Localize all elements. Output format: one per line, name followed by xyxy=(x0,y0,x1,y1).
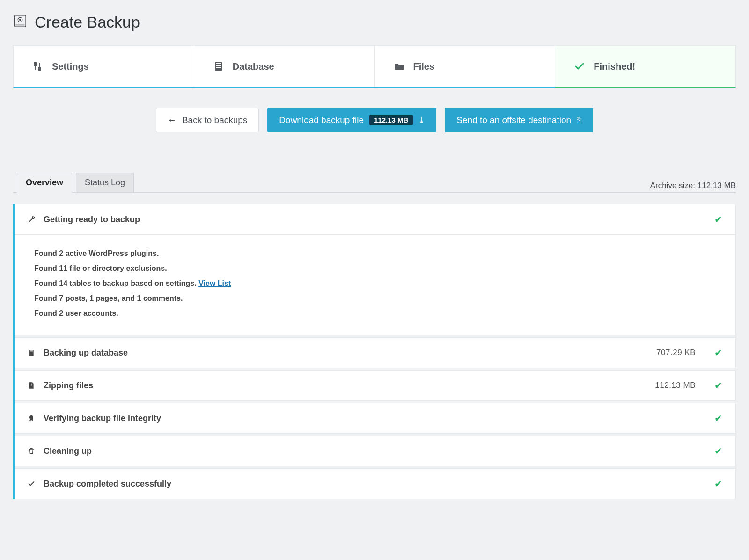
backup-stepper: Settings Database Files Finished! xyxy=(13,45,736,88)
svg-rect-14 xyxy=(31,385,31,385)
check-icon: ✔ xyxy=(714,478,722,489)
view-list-link[interactable]: View List xyxy=(198,279,231,287)
step-label: Finished! xyxy=(594,61,635,72)
status-zipping-files[interactable]: Zipping files 112.13 MB ✔ xyxy=(15,370,736,401)
back-label: Back to backups xyxy=(182,115,247,125)
status-title: Verifying backup file integrity xyxy=(44,414,696,423)
tab-status-log[interactable]: Status Log xyxy=(76,173,134,193)
wrench-icon xyxy=(28,215,36,224)
status-cleaning-up[interactable]: Cleaning up ✔ xyxy=(15,436,736,466)
check-icon: ✔ xyxy=(714,413,722,424)
offsite-label: Send to an offsite destination xyxy=(456,115,571,125)
page-title: Create Backup xyxy=(35,13,140,31)
svg-rect-12 xyxy=(31,383,31,383)
download-size-badge: 112.13 MB xyxy=(369,115,413,125)
detail-line: Found 7 posts, 1 pages, and 1 comments. xyxy=(34,291,716,306)
svg-rect-6 xyxy=(216,65,221,66)
status-title: Cleaning up xyxy=(44,446,696,456)
tab-overview[interactable]: Overview xyxy=(17,173,72,193)
status-value: 112.13 MB xyxy=(655,381,696,390)
svg-rect-9 xyxy=(30,350,33,351)
step-label: Database xyxy=(233,61,274,72)
svg-rect-7 xyxy=(216,67,221,68)
download-backup-button[interactable]: Download backup file 112.13 MB ⤓ xyxy=(267,108,436,132)
check-icon: ✔ xyxy=(714,214,722,225)
page-header: Create Backup xyxy=(13,13,736,31)
step-database[interactable]: Database xyxy=(194,46,375,87)
database-icon xyxy=(213,61,224,72)
arrow-left-icon: ← xyxy=(168,115,176,125)
backup-disk-icon xyxy=(13,14,27,30)
status-title: Backup completed successfully xyxy=(44,479,696,489)
svg-point-15 xyxy=(29,415,33,419)
step-settings[interactable]: Settings xyxy=(14,46,194,87)
status-title: Getting ready to backup xyxy=(44,215,696,225)
svg-rect-11 xyxy=(30,353,33,353)
download-icon: ⤓ xyxy=(419,116,425,124)
status-getting-ready[interactable]: Getting ready to backup ✔ xyxy=(15,204,736,234)
badge-icon xyxy=(28,415,36,422)
zip-icon xyxy=(28,382,36,389)
step-files[interactable]: Files xyxy=(375,46,556,87)
check-icon: ✔ xyxy=(714,380,722,391)
status-verifying-integrity[interactable]: Verifying backup file integrity ✔ xyxy=(15,403,736,434)
folder-icon xyxy=(394,61,405,72)
status-value: 707.29 KB xyxy=(656,348,696,357)
tab-label: Status Log xyxy=(85,178,125,187)
check-icon: ✔ xyxy=(714,445,722,457)
send-offsite-button[interactable]: Send to an offsite destination ⎘ xyxy=(445,108,593,132)
step-finished[interactable]: Finished! xyxy=(555,46,735,88)
archive-size-value: 112.13 MB xyxy=(698,181,736,190)
svg-point-2 xyxy=(20,19,21,20)
trash-icon xyxy=(28,447,36,455)
subtab-row: Overview Status Log Archive size: 112.13… xyxy=(13,173,736,193)
download-label: Download backup file xyxy=(279,115,364,125)
status-getting-ready-details: Found 2 active WordPress plugins. Found … xyxy=(15,234,736,335)
detail-line: Found 14 tables to backup based on setti… xyxy=(34,276,716,291)
check-icon xyxy=(574,61,585,72)
sliders-icon xyxy=(32,61,44,72)
step-label: Settings xyxy=(52,61,89,72)
svg-rect-10 xyxy=(30,352,33,352)
tab-label: Overview xyxy=(26,178,63,187)
status-backup-completed[interactable]: Backup completed successfully ✔ xyxy=(15,468,736,499)
svg-rect-13 xyxy=(31,384,31,385)
svg-rect-5 xyxy=(216,63,221,64)
status-list: Getting ready to backup ✔ Found 2 active… xyxy=(13,204,736,499)
status-title: Zipping files xyxy=(44,381,647,391)
status-title: Backing up database xyxy=(44,348,649,358)
back-to-backups-button[interactable]: ← Back to backups xyxy=(156,108,259,132)
detail-line: Found 11 file or directory exclusions. xyxy=(34,261,716,276)
action-bar: ← Back to backups Download backup file 1… xyxy=(13,108,736,132)
send-icon: ⎘ xyxy=(577,116,581,124)
detail-line: Found 2 active WordPress plugins. xyxy=(34,246,716,261)
step-label: Files xyxy=(413,61,435,72)
archive-size: Archive size: 112.13 MB xyxy=(650,181,736,192)
detail-text: Found 14 tables to backup based on setti… xyxy=(34,279,198,287)
archive-size-label: Archive size: xyxy=(650,181,695,190)
detail-line: Found 2 user accounts. xyxy=(34,306,716,321)
check-icon: ✔ xyxy=(714,347,722,358)
status-backing-up-database[interactable]: Backing up database 707.29 KB ✔ xyxy=(15,337,736,368)
check-icon xyxy=(28,480,36,487)
database-icon xyxy=(28,349,36,356)
